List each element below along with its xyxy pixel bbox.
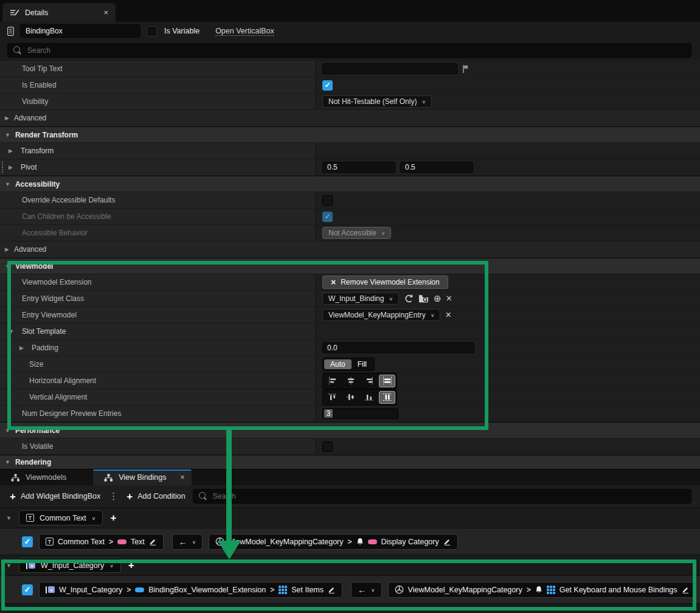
- clear-icon[interactable]: ×: [446, 293, 452, 304]
- halign-left-icon[interactable]: [324, 375, 341, 387]
- bindings-search-input[interactable]: Search: [193, 489, 691, 504]
- section-performance[interactable]: ▼ Performance: [0, 422, 700, 438]
- entry-viewmodel-dropdown[interactable]: ViewModel_KeyMappingEntry ∨: [322, 309, 440, 321]
- destination-chip[interactable]: T Common Text > Text: [39, 534, 164, 550]
- chevron-down-icon: ∨: [389, 296, 393, 302]
- caret-down-icon[interactable]: ▼: [5, 459, 10, 465]
- source-chip[interactable]: ViewModel_KeyMappingCategory > Display C…: [209, 534, 457, 550]
- use-selected-asset-icon[interactable]: [404, 294, 414, 303]
- section-rendering[interactable]: ▼ Rendering: [0, 455, 700, 469]
- edit-pencil-icon[interactable]: [328, 586, 336, 594]
- common-text-group-dropdown[interactable]: T Common Text ∨: [19, 510, 103, 525]
- tab-view-bindings[interactable]: View Bindings ×: [93, 469, 192, 485]
- is-volatile-checkbox[interactable]: [322, 442, 333, 452]
- hierarchy-icon: [104, 474, 113, 482]
- arrow-left-icon: ←: [179, 537, 187, 547]
- plus-circle-icon[interactable]: ⊕: [434, 293, 442, 304]
- plus-icon: +: [10, 491, 16, 502]
- caret-down-icon[interactable]: ▼: [6, 563, 12, 569]
- binding-direction-dropdown[interactable]: ← ∨: [172, 534, 203, 550]
- halign-center-icon[interactable]: [342, 375, 359, 387]
- valign-center-icon[interactable]: [342, 391, 359, 404]
- destination-chip[interactable]: ▾ W_Input_Category > BindingBox_Viewmode…: [39, 582, 342, 598]
- remove-viewmodel-extension-button[interactable]: × Remove Viewmodel Extension: [322, 275, 448, 289]
- caret-down-icon[interactable]: ▼: [5, 263, 10, 269]
- search-placeholder: Search: [27, 46, 50, 55]
- caret-down-icon[interactable]: ▼: [5, 132, 10, 138]
- close-icon[interactable]: ×: [180, 474, 184, 481]
- caret-right-icon[interactable]: ▶: [19, 345, 24, 351]
- widget-name-input[interactable]: BindingBox: [20, 24, 140, 38]
- w-input-category-group-dropdown[interactable]: ▾ W_Input_Category ∨: [19, 558, 121, 573]
- valign-top-icon[interactable]: [324, 391, 341, 404]
- valign-bottom-icon[interactable]: [361, 391, 377, 404]
- caret-down-icon[interactable]: ▼: [5, 181, 10, 187]
- binding-direction-dropdown[interactable]: ← ∨: [351, 582, 382, 598]
- row-override-accessible-defaults: Override Accessible Defaults: [0, 192, 700, 209]
- flag-icon[interactable]: [462, 64, 470, 74]
- details-search-input[interactable]: Search: [7, 43, 691, 58]
- caret-down-icon[interactable]: ▼: [5, 428, 10, 434]
- row-vertical-alignment: Vertical Alignment: [0, 389, 700, 406]
- row-slot-template: ▼ Slot Template: [0, 324, 700, 340]
- caret-right-icon[interactable]: ▶: [5, 246, 9, 252]
- pivot-x-input[interactable]: 0.5: [322, 162, 395, 173]
- can-children-accessible-checkbox[interactable]: ✓: [322, 212, 333, 222]
- valign-fill-icon[interactable]: [379, 391, 395, 404]
- is-variable-checkbox[interactable]: [147, 26, 157, 36]
- open-verticalbox-link[interactable]: Open VerticalBox: [215, 27, 274, 36]
- size-auto-option[interactable]: Auto: [324, 359, 352, 369]
- row-advanced-1[interactable]: ▶ Advanced: [0, 110, 700, 126]
- search-icon: [199, 492, 207, 500]
- source-chip[interactable]: ViewModel_KeyMappingCategory > Get Keybo…: [388, 582, 696, 598]
- binding-enabled-checkbox[interactable]: ✓: [22, 584, 33, 595]
- row-can-children-accessible: Can Children be Accessible ✓: [0, 209, 700, 225]
- visibility-dropdown[interactable]: Not Hit-Testable (Self Only) ∨: [322, 95, 432, 108]
- add-widget-bindingbox-button[interactable]: + Add Widget BindingBox: [10, 491, 100, 502]
- caret-down-icon[interactable]: ▼: [6, 515, 12, 521]
- breadcrumb-separator: >: [527, 586, 531, 594]
- notify-bell-icon: [535, 586, 542, 594]
- browse-asset-icon[interactable]: [418, 294, 429, 303]
- override-accessible-checkbox[interactable]: [322, 195, 333, 206]
- tab-viewmodels[interactable]: Viewmodels: [0, 469, 77, 485]
- row-tool-tip-text: Tool Tip Text: [0, 61, 700, 77]
- caret-right-icon[interactable]: ▶: [9, 164, 13, 170]
- is-enabled-checkbox[interactable]: ✓: [322, 80, 333, 91]
- breadcrumb-separator: >: [126, 586, 131, 594]
- section-accessibility[interactable]: ▼ Accessibility: [0, 176, 700, 192]
- caret-down-icon[interactable]: ▼: [9, 328, 14, 334]
- viewmodel-icon: [215, 537, 224, 546]
- section-viewmodel[interactable]: ▼ Viewmodel: [0, 258, 700, 274]
- close-icon: ×: [331, 277, 336, 287]
- bindings-tabbar: Viewmodels View Bindings ×: [0, 469, 700, 485]
- binding-enabled-checkbox[interactable]: ✓: [22, 536, 33, 547]
- breadcrumb-separator: >: [109, 538, 113, 546]
- pivot-y-input[interactable]: 0.5: [400, 162, 473, 173]
- caret-right-icon[interactable]: ▶: [5, 115, 9, 121]
- edit-pencil-icon[interactable]: [443, 538, 451, 545]
- edit-pencil-icon[interactable]: [149, 538, 157, 545]
- num-preview-entries-input[interactable]: 3: [322, 408, 398, 419]
- add-binding-icon[interactable]: +: [128, 560, 134, 570]
- padding-input[interactable]: 0.0: [322, 342, 474, 353]
- row-advanced-2[interactable]: ▶ Advanced: [0, 241, 700, 258]
- row-size: Size Auto Fill: [0, 356, 700, 373]
- halign-fill-icon[interactable]: [379, 375, 395, 387]
- accessible-behavior-dropdown[interactable]: Not Accessible ∨: [322, 227, 391, 239]
- add-condition-button[interactable]: + Add Condition: [126, 491, 185, 502]
- halign-right-icon[interactable]: [361, 375, 377, 387]
- size-fill-option[interactable]: Fill: [352, 359, 373, 369]
- entry-widget-class-dropdown[interactable]: W_Input_Binding ∨: [322, 293, 399, 305]
- widget-icon: [7, 27, 14, 36]
- drag-handle[interactable]: [1, 161, 4, 173]
- edit-pencil-icon[interactable]: [682, 586, 690, 594]
- caret-right-icon[interactable]: ▶: [9, 148, 13, 154]
- more-options-icon[interactable]: ⋮: [108, 491, 119, 502]
- add-binding-icon[interactable]: +: [110, 513, 116, 523]
- close-icon[interactable]: ×: [103, 9, 108, 16]
- tab-details[interactable]: Details ×: [2, 3, 116, 22]
- section-render-transform[interactable]: ▼ Render Transform: [0, 126, 700, 143]
- clear-icon[interactable]: ×: [445, 310, 451, 320]
- tool-tip-text-input[interactable]: [322, 63, 457, 74]
